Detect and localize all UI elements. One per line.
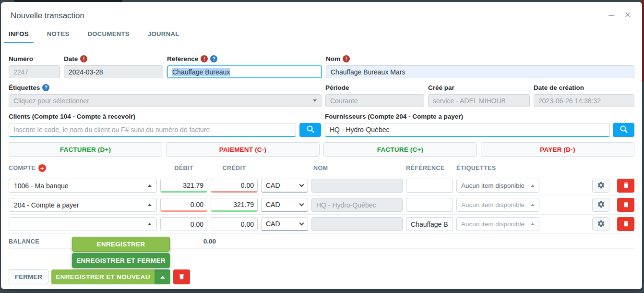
- credit-input[interactable]: [211, 217, 258, 231]
- etiquettes-placeholder: Cliquez pour sélectionner: [13, 97, 89, 105]
- devise-value: CAD: [266, 182, 280, 189]
- table-row: 1006 - Ma banque CAD Aucun item disponib…: [9, 176, 634, 195]
- tab-infos[interactable]: INFOS: [4, 27, 34, 43]
- gear-icon: [597, 220, 605, 229]
- facture-button[interactable]: FACTURE (C+): [323, 142, 477, 157]
- paiement-button[interactable]: PAIEMENT (C-): [166, 142, 320, 157]
- fermer-button[interactable]: FERMER: [9, 269, 48, 284]
- table-row: 204 - Compte a payer CAD Aucun item disp…: [9, 195, 634, 215]
- search-icon: [306, 125, 315, 135]
- reference-header: RÉFÉRENCE: [406, 165, 453, 171]
- required-icon: !: [201, 55, 208, 62]
- help-icon[interactable]: ?: [210, 55, 217, 62]
- enregistrer-et-nouveau-button[interactable]: ENREGISTRER ET NOUVEAU: [51, 269, 155, 284]
- reference-cell[interactable]: [406, 179, 453, 193]
- nom-label: Nom: [326, 55, 340, 62]
- cree-par-field: [428, 94, 530, 107]
- credit-input[interactable]: [211, 198, 258, 212]
- devise-select[interactable]: CAD: [261, 217, 308, 231]
- etiquettes-cell-value: Aucun item disponible: [461, 201, 525, 208]
- caret-up-icon: [531, 223, 535, 225]
- fournisseurs-search-button[interactable]: [613, 123, 634, 137]
- debit-input[interactable]: [160, 217, 207, 231]
- etiquettes-cell-select[interactable]: Aucun item disponible: [456, 217, 539, 231]
- periode-label: Période: [325, 84, 349, 91]
- periode-field: [325, 94, 424, 107]
- debit-input[interactable]: [160, 179, 207, 193]
- compte-select[interactable]: 204 - Compte a payer: [9, 198, 157, 212]
- row-settings-button[interactable]: [592, 217, 609, 231]
- devise-select[interactable]: CAD: [261, 179, 308, 193]
- cree-par-label: Créé par: [428, 84, 454, 91]
- fournisseurs-search-input[interactable]: [325, 123, 610, 137]
- enregistrer-button[interactable]: ENREGISTRER: [72, 237, 170, 252]
- facturer-button[interactable]: FACTURER (D+): [9, 142, 162, 157]
- transaction-form: Numéro Date ! Référence ! ? Chauffage Bu…: [1, 43, 642, 157]
- delete-transaction-button[interactable]: [173, 269, 190, 284]
- gear-icon: [597, 200, 605, 210]
- trash-icon: [178, 273, 185, 281]
- compte-header: COMPTE: [9, 165, 36, 171]
- save-menu: ENREGISTRER ENREGISTRER ET FERMER: [72, 237, 170, 269]
- row-delete-button[interactable]: [617, 179, 634, 193]
- add-line-icon[interactable]: +: [38, 164, 46, 172]
- required-icon: !: [343, 55, 350, 62]
- fournisseurs-label: Fournisseurs (Compte 204 - Compte a paye…: [325, 113, 463, 120]
- row-settings-button[interactable]: [592, 179, 609, 193]
- numero-label: Numéro: [9, 55, 33, 62]
- chevron-down-icon: [299, 182, 304, 187]
- clients-label: Clients (Compte 104 - Compte à recevoir): [9, 113, 135, 120]
- trash-icon: [622, 182, 630, 190]
- row-delete-button[interactable]: [617, 198, 634, 212]
- close-icon[interactable]: ×: [623, 10, 632, 20]
- caret-up-icon: [160, 276, 165, 279]
- save-options-toggle[interactable]: [155, 269, 170, 284]
- debit-input[interactable]: [160, 198, 207, 212]
- trash-icon: [622, 220, 630, 229]
- tab-journal[interactable]: JOURNAL: [143, 27, 184, 43]
- devise-value: CAD: [266, 220, 280, 228]
- debit-header: DÉBIT: [160, 165, 207, 171]
- enregistrer-et-fermer-button[interactable]: ENREGISTRER ET FERMER: [72, 253, 170, 268]
- caret-up-icon: [531, 184, 535, 187]
- etiquettes-cell-select[interactable]: Aucun item disponible: [456, 179, 539, 193]
- row-settings-button[interactable]: [592, 198, 609, 212]
- etiquettes-label: Étiquettes: [9, 84, 40, 91]
- caret-up-icon: [531, 204, 535, 206]
- chevron-down-icon: [299, 201, 304, 206]
- minimize-icon[interactable]: –: [607, 10, 616, 20]
- clients-search-input[interactable]: [9, 123, 296, 137]
- compte-value: 204 - Compte a payer: [14, 201, 79, 209]
- nom-field[interactable]: [326, 65, 634, 78]
- etiquettes-header: ÉTIQUETTES: [456, 165, 539, 171]
- tab-documents[interactable]: DOCUMENTS: [83, 27, 134, 43]
- payer-button[interactable]: PAYER (D-): [481, 142, 634, 157]
- credit-input[interactable]: [211, 179, 258, 193]
- etiquettes-cell-value: Aucun item disponible: [461, 182, 525, 189]
- reference-cell[interactable]: [406, 217, 453, 231]
- modal-header: Nouvelle transaction – ×: [1, 2, 642, 22]
- date-creation-label: Date de création: [534, 84, 584, 91]
- devise-select[interactable]: CAD: [261, 198, 308, 212]
- entries-table: COMPTE + DÉBIT CRÉDIT NOM RÉFÉRENCE ÉTIQ…: [1, 164, 642, 249]
- reference-cell[interactable]: [406, 198, 453, 212]
- trash-icon: [622, 201, 630, 209]
- tab-bar: INFOS NOTES DOCUMENTS JOURNAL: [1, 27, 642, 43]
- reference-field[interactable]: Chauffage Bureaux: [167, 65, 322, 78]
- help-icon[interactable]: ?: [42, 84, 49, 91]
- nom-header: NOM: [311, 165, 403, 171]
- compte-value: 1006 - Ma banque: [14, 182, 69, 190]
- etiquettes-cell-select[interactable]: Aucun item disponible: [456, 198, 539, 212]
- date-creation-field: [534, 94, 634, 107]
- table-header: COMPTE + DÉBIT CRÉDIT NOM RÉFÉRENCE ÉTIQ…: [9, 164, 634, 176]
- compte-select[interactable]: 1006 - Ma banque: [9, 179, 157, 193]
- gear-icon: [597, 181, 605, 191]
- required-icon: !: [80, 55, 87, 62]
- date-field[interactable]: [64, 65, 163, 78]
- etiquettes-select[interactable]: Cliquez pour sélectionner: [9, 94, 322, 107]
- compte-select[interactable]: [9, 217, 157, 231]
- row-delete-button[interactable]: [617, 217, 634, 231]
- reference-label: Référence: [167, 55, 198, 62]
- clients-search-button[interactable]: [299, 123, 321, 137]
- tab-notes[interactable]: NOTES: [42, 27, 74, 43]
